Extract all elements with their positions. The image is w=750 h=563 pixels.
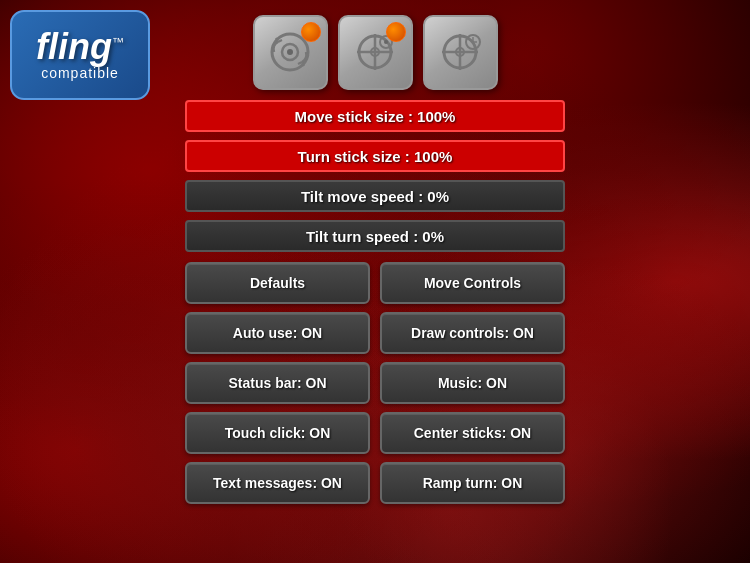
defaults-button[interactable]: Defaults bbox=[185, 262, 370, 304]
slider-tilt-turn: Tilt turn speed : 0% bbox=[185, 220, 565, 252]
auto-use-button[interactable]: Auto use: ON bbox=[185, 312, 370, 354]
fling-brand-text: fling™ bbox=[36, 29, 124, 65]
orange-indicator-2 bbox=[386, 22, 406, 42]
crosshair2-svg-icon bbox=[438, 30, 483, 75]
button-row-1: Auto use: ON Draw controls: ON bbox=[185, 312, 565, 354]
tilt-move-slider[interactable]: Tilt move speed : 0% bbox=[185, 180, 565, 212]
turn-stick-slider[interactable]: Turn stick size : 100% bbox=[185, 140, 565, 172]
slider-turn-stick: Turn stick size : 100% bbox=[185, 140, 565, 172]
compatible-label: compatible bbox=[41, 65, 119, 81]
crosshair-icon-button-2[interactable] bbox=[423, 15, 498, 90]
ramp-turn-button[interactable]: Ramp turn: ON bbox=[380, 462, 565, 504]
buttons-section: Defaults Move Controls Auto use: ON Draw… bbox=[185, 262, 565, 504]
button-row-3: Touch click: ON Center sticks: ON bbox=[185, 412, 565, 454]
move-controls-button[interactable]: Move Controls bbox=[380, 262, 565, 304]
tilt-turn-slider[interactable]: Tilt turn speed : 0% bbox=[185, 220, 565, 252]
orange-indicator-1 bbox=[301, 22, 321, 42]
music-button[interactable]: Music: ON bbox=[380, 362, 565, 404]
move-stick-slider[interactable]: Move stick size : 100% bbox=[185, 100, 565, 132]
text-messages-button[interactable]: Text messages: ON bbox=[185, 462, 370, 504]
fling-logo: fling™ compatible bbox=[10, 10, 150, 100]
button-row-4: Text messages: ON Ramp turn: ON bbox=[185, 462, 565, 504]
sticks-icon-button[interactable] bbox=[253, 15, 328, 90]
sliders-section: Move stick size : 100% Turn stick size :… bbox=[185, 100, 565, 252]
button-row-0: Defaults Move Controls bbox=[185, 262, 565, 304]
turn-stick-label: Turn stick size : 100% bbox=[298, 148, 453, 165]
status-bar-button[interactable]: Status bar: ON bbox=[185, 362, 370, 404]
tilt-turn-label: Tilt turn speed : 0% bbox=[306, 228, 444, 245]
svg-point-8 bbox=[384, 40, 388, 44]
draw-controls-button[interactable]: Draw controls: ON bbox=[380, 312, 565, 354]
touch-click-button[interactable]: Touch click: ON bbox=[185, 412, 370, 454]
svg-point-2 bbox=[287, 49, 293, 55]
crosshair-icon-button-1[interactable] bbox=[338, 15, 413, 90]
icon-buttons-row bbox=[253, 15, 498, 90]
center-sticks-button[interactable]: Center sticks: ON bbox=[380, 412, 565, 454]
slider-move-stick: Move stick size : 100% bbox=[185, 100, 565, 132]
move-stick-label: Move stick size : 100% bbox=[295, 108, 456, 125]
tilt-move-label: Tilt move speed : 0% bbox=[301, 188, 449, 205]
button-row-2: Status bar: ON Music: ON bbox=[185, 362, 565, 404]
slider-tilt-move: Tilt move speed : 0% bbox=[185, 180, 565, 212]
main-content: fling™ compatible bbox=[0, 0, 750, 563]
